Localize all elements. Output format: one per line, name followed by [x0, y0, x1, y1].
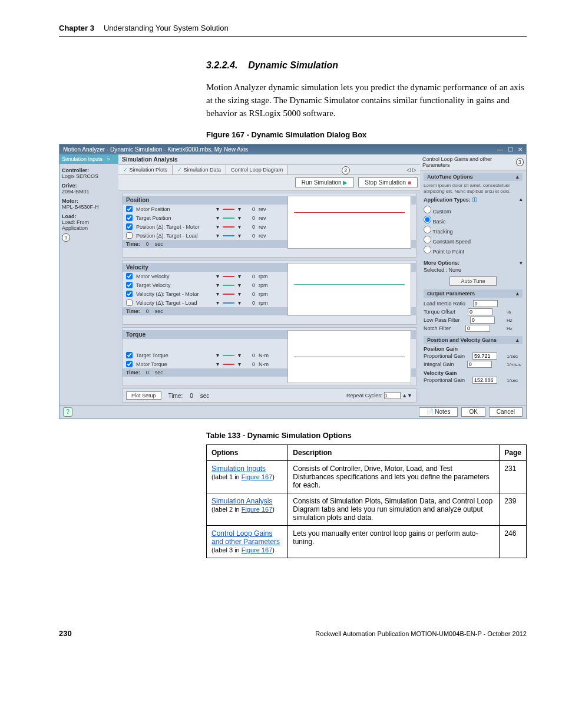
color-swatch[interactable]	[223, 294, 234, 295]
dropdown-icon[interactable]: ▾	[238, 352, 241, 358]
torque-offset-input[interactable]	[468, 308, 492, 315]
options-table: Options Description Page Simulation Inpu…	[206, 444, 527, 558]
checkbox-position-delta-motor[interactable]	[126, 223, 133, 230]
checkbox-motor-torque[interactable]	[126, 361, 133, 367]
torque-chart[interactable]	[287, 330, 411, 383]
info-icon[interactable]: ⓘ	[472, 197, 477, 203]
help-icon[interactable]: ?	[63, 407, 72, 417]
tab-simulation-inputs[interactable]: Simulation Inputs »	[59, 154, 118, 164]
collapse-icon[interactable]: ▴	[520, 196, 523, 202]
checkbox-velocity-delta-load[interactable]	[126, 299, 133, 306]
radio-point-to-point[interactable]: Point to Point	[424, 245, 523, 255]
dynamic-simulation-dialog: Motion Analyzer - Dynamic Simulation - K…	[59, 144, 527, 419]
pos-prop-input[interactable]	[472, 353, 497, 360]
link-simulation-inputs[interactable]: Simulation Inputs	[211, 465, 266, 473]
run-simulation-button[interactable]: Run Simulation ▶	[295, 177, 355, 187]
dropdown-icon[interactable]: ▾	[216, 223, 219, 230]
vel-prop-input[interactable]	[472, 377, 497, 384]
link-simulation-analysis[interactable]: Simulation Analysis	[211, 497, 272, 505]
tab-nav-icons[interactable]: ◁ ▷	[403, 165, 420, 174]
color-swatch[interactable]	[223, 235, 234, 236]
lpf-input[interactable]	[470, 317, 495, 324]
color-swatch[interactable]	[223, 218, 234, 219]
checkbox-target-position[interactable]	[126, 215, 133, 221]
color-swatch[interactable]	[223, 302, 234, 304]
dropdown-icon[interactable]: ▾	[238, 223, 241, 230]
dropdown-icon[interactable]: ▾	[216, 273, 219, 279]
analysis-header: Simulation Analysis	[118, 154, 420, 165]
tab-control-loop-diagram[interactable]: Control Loop Diagram	[226, 165, 288, 174]
link-control-loop-gains[interactable]: Control Loop Gains and other Parameters	[211, 529, 280, 546]
checkbox-position-delta-load[interactable]	[126, 232, 133, 239]
checkbox-motor-position[interactable]	[126, 206, 133, 212]
dropdown-icon[interactable]: ▾	[238, 273, 241, 279]
chapter-title: Understanding Your System Solution	[104, 24, 229, 32]
dropdown-icon[interactable]: ▾	[238, 215, 241, 221]
pos-int-input[interactable]	[467, 361, 492, 368]
dropdown-icon[interactable]: ▾	[238, 232, 241, 239]
radio-custom[interactable]: Custom	[424, 205, 523, 215]
expand-icon[interactable]: ▾	[520, 260, 523, 266]
collapse-icon[interactable]: ▴	[516, 337, 519, 343]
tab-simulation-plots[interactable]: Simulation Plots	[118, 165, 173, 174]
publication-info: Rockwell Automation Publication MOTION-U…	[315, 630, 527, 637]
link-figure-167[interactable]: Figure 167	[242, 546, 273, 554]
dropdown-icon[interactable]: ▾	[216, 299, 219, 306]
stepper-icon[interactable]: ▲▼	[402, 393, 412, 398]
color-swatch[interactable]	[223, 364, 234, 365]
link-figure-167[interactable]: Figure 167	[242, 473, 273, 480]
dropdown-icon[interactable]: ▾	[238, 282, 241, 288]
stop-simulation-button[interactable]: Stop Simulation ■	[358, 177, 418, 187]
dropdown-icon[interactable]: ▾	[238, 361, 241, 367]
plot-setup-button[interactable]: Plot Setup	[126, 391, 161, 400]
ok-button[interactable]: OK	[461, 407, 485, 417]
radio-constant-speed[interactable]: Constant Speed	[424, 235, 523, 245]
radio-basic[interactable]: Basic	[424, 215, 523, 225]
dropdown-icon[interactable]: ▾	[238, 206, 241, 212]
load-inertia-input[interactable]	[473, 300, 498, 307]
checkbox-velocity-delta-motor[interactable]	[126, 291, 133, 297]
control-loop-gains-panel: Control Loop Gains and other Parameters …	[420, 154, 526, 405]
table-row: Simulation Analysis(label 2 in Figure 16…	[207, 493, 527, 526]
dropdown-icon[interactable]: ▾	[216, 232, 219, 239]
maximize-icon[interactable]: ☐	[508, 146, 513, 153]
position-chart[interactable]	[287, 196, 411, 249]
checkbox-target-torque[interactable]	[126, 352, 133, 358]
dropdown-icon[interactable]: ▾	[238, 291, 241, 297]
dropdown-icon[interactable]: ▾	[216, 361, 219, 367]
link-figure-167[interactable]: Figure 167	[242, 506, 273, 513]
tab-simulation-data[interactable]: Simulation Data	[173, 165, 226, 174]
repeat-cycles-input[interactable]	[384, 392, 401, 399]
dropdown-icon[interactable]: ▾	[216, 352, 219, 358]
collapse-icon[interactable]: ▴	[516, 291, 519, 297]
notes-button[interactable]: 📄 Notes	[419, 407, 458, 417]
dropdown-icon[interactable]: ▾	[216, 215, 219, 221]
auto-tune-button[interactable]: Auto Tune	[449, 276, 497, 286]
bottom-time-value: 0	[190, 393, 193, 399]
checkbox-motor-velocity[interactable]	[126, 273, 133, 279]
section-number: 3.2.2.4.	[206, 60, 237, 70]
controller-label: Controller:	[62, 167, 116, 173]
close-icon[interactable]: ✕	[518, 146, 523, 153]
collapse-icon[interactable]: ▴	[516, 174, 519, 180]
window-title: Motion Analyzer - Dynamic Simulation - K…	[63, 146, 248, 153]
dropdown-icon[interactable]: ▾	[238, 299, 241, 306]
color-swatch[interactable]	[223, 276, 234, 277]
color-swatch[interactable]	[223, 355, 234, 356]
motor-label: Motor:	[62, 198, 116, 204]
table-caption: Table 133 - Dynamic Simulation Options	[206, 431, 527, 440]
velocity-chart[interactable]	[287, 263, 411, 316]
radio-tracking[interactable]: Tracking	[424, 225, 523, 235]
minimize-icon[interactable]: —	[497, 146, 503, 153]
color-swatch[interactable]	[223, 209, 234, 210]
dropdown-icon[interactable]: ▾	[216, 206, 219, 212]
dropdown-icon[interactable]: ▾	[216, 282, 219, 288]
notch-input[interactable]	[465, 325, 490, 332]
dropdown-icon[interactable]: ▾	[216, 291, 219, 297]
color-swatch[interactable]	[223, 285, 234, 286]
checkbox-target-velocity[interactable]	[126, 282, 133, 288]
cancel-button[interactable]: Cancel	[489, 407, 523, 417]
callout-1: 1	[62, 233, 70, 242]
color-swatch[interactable]	[223, 226, 234, 228]
right-header: Control Loop Gains and other Parameters …	[420, 154, 526, 170]
